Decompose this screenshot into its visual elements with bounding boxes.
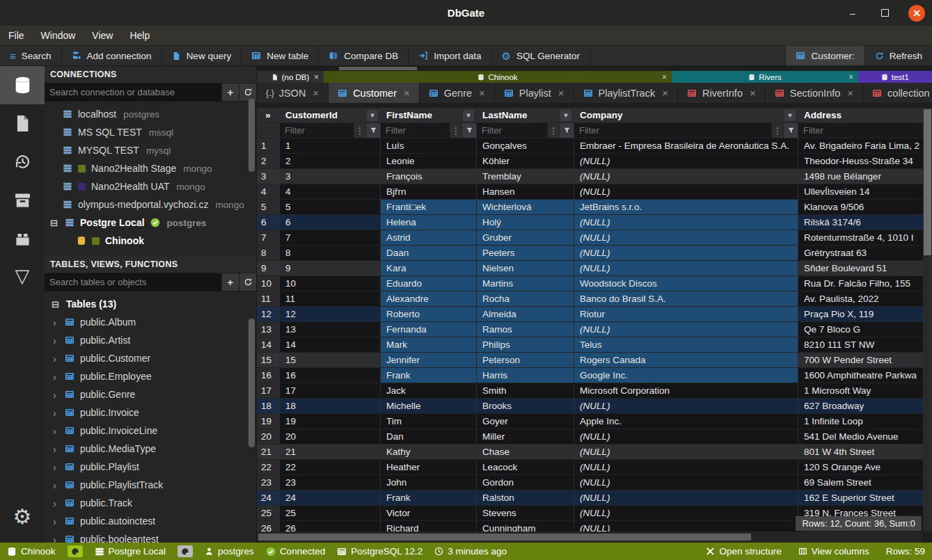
toolbar-sql-generator-button[interactable]: ⚙SQL Generator: [492, 46, 591, 65]
cell-address[interactable]: Av. Brigadeiro Faria Lima, 2: [798, 138, 923, 153]
cell-lastname[interactable]: Chase: [477, 445, 574, 459]
status-chinook[interactable]: Chinook: [7, 546, 56, 557]
filter-funnel-button[interactable]: [559, 123, 574, 138]
tab-sectioninfo[interactable]: SectionInfo×: [766, 83, 863, 103]
cell-lastname[interactable]: Cunningham: [477, 521, 574, 531]
toolbar-customer-button[interactable]: Customer:: [785, 46, 864, 65]
row-number[interactable]: 21: [257, 445, 280, 459]
connection-localhost[interactable]: localhostpostgres: [45, 105, 256, 123]
cell-lastname[interactable]: Gonçalves: [477, 138, 574, 153]
connection-mysql-test[interactable]: MYSQL TESTmysql: [45, 141, 256, 159]
cell-lastname[interactable]: Goyer: [477, 414, 574, 429]
row-number[interactable]: 16: [257, 368, 280, 383]
table-item-public-customer[interactable]: ›public.Customer: [45, 349, 256, 367]
chevron-right-icon[interactable]: ›: [53, 534, 59, 543]
filter-input-firstname[interactable]: Filter: [381, 123, 450, 138]
row-number[interactable]: 22: [257, 460, 280, 474]
toolbar-refresh-button[interactable]: Refresh: [864, 46, 932, 65]
status-postgres[interactable]: postgres: [205, 546, 254, 557]
table-item-public-booleantest[interactable]: ›public.booleantest: [45, 530, 256, 543]
cell-address[interactable]: 8210 111 ST NW: [798, 337, 923, 352]
connection-postgre-local[interactable]: ⊟Postgre Localpostgres: [45, 214, 256, 232]
cell-company[interactable]: (NULL): [574, 521, 798, 531]
tab-scrollbar-thumb[interactable]: [339, 67, 417, 70]
status-postgresql-12-2[interactable]: PostgreSQL 12.2: [337, 546, 422, 557]
cell-firstname[interactable]: Fernanda: [381, 322, 477, 337]
close-icon[interactable]: ×: [479, 87, 485, 99]
filter-funnel-button[interactable]: [783, 123, 798, 138]
cell-firstname[interactable]: Frank: [381, 490, 477, 505]
row-number[interactable]: 15: [257, 353, 280, 367]
cell-lastname[interactable]: Rocha: [477, 291, 574, 306]
cell-company[interactable]: (NULL): [574, 154, 798, 168]
cell-customerid[interactable]: 24: [280, 490, 381, 505]
add-table-button[interactable]: +: [221, 273, 239, 291]
rail-item-connections[interactable]: [0, 66, 45, 104]
cell-company[interactable]: Embraer - Empresa Brasileira de Aeronáut…: [574, 138, 798, 153]
cell-customerid[interactable]: 10: [280, 276, 381, 291]
cell-company[interactable]: (NULL): [574, 184, 798, 199]
cell-address[interactable]: Rilská 3174/6: [798, 215, 923, 230]
cell-address[interactable]: Klanova 9/506: [798, 200, 923, 214]
cell-address[interactable]: 700 W Pender Street: [798, 353, 923, 367]
cell-lastname[interactable]: Tremblay: [477, 169, 574, 184]
cell-lastname[interactable]: Miller: [477, 429, 574, 444]
cell-company[interactable]: (NULL): [574, 445, 798, 459]
cell-company[interactable]: (NULL): [574, 322, 798, 337]
cell-lastname[interactable]: Holý: [477, 215, 574, 230]
cell-customerid[interactable]: 19: [280, 414, 381, 429]
cell-customerid[interactable]: 8: [280, 246, 381, 260]
chevron-right-icon[interactable]: ›: [53, 407, 59, 419]
cell-company[interactable]: (NULL): [574, 246, 798, 260]
cell-address[interactable]: Rua Dr. Falcăo Filho, 155: [798, 276, 923, 291]
chevron-down-icon[interactable]: ▾: [463, 110, 474, 121]
cell-firstname[interactable]: Frank: [381, 368, 477, 383]
cell-firstname[interactable]: Jack: [381, 383, 477, 398]
cell-customerid[interactable]: 16: [280, 368, 381, 383]
tab-group-chinook[interactable]: Chinook×: [324, 71, 672, 83]
row-number[interactable]: 11: [257, 291, 280, 306]
cell-company[interactable]: (NULL): [574, 490, 798, 505]
collapse-icon[interactable]: ⊟: [52, 299, 61, 310]
cell-lastname[interactable]: Peterson: [477, 353, 574, 367]
cell-customerid[interactable]: 3: [280, 169, 381, 184]
close-icon[interactable]: ×: [750, 87, 756, 99]
column-header-firstname[interactable]: FirstName▾: [381, 108, 477, 122]
cell-customerid[interactable]: 15: [280, 353, 381, 367]
chevron-right-icon[interactable]: ›: [53, 425, 59, 437]
row-number[interactable]: 4: [257, 184, 280, 199]
row-number[interactable]: 7: [257, 230, 280, 245]
toolbar-search-button[interactable]: ≡Search: [0, 46, 62, 65]
cell-firstname[interactable]: Daan: [381, 246, 477, 260]
grid-vertical-scrollbar[interactable]: [923, 108, 932, 531]
tables-scrollbar[interactable]: [248, 319, 255, 447]
row-number[interactable]: 14: [257, 337, 280, 352]
column-header-address[interactable]: Address: [798, 108, 923, 122]
chevron-right-icon[interactable]: ›: [53, 497, 59, 509]
cell-company[interactable]: (NULL): [574, 169, 798, 184]
maximize-button[interactable]: [876, 5, 893, 22]
cell-customerid[interactable]: 2: [280, 154, 381, 168]
cell-customerid[interactable]: 17: [280, 383, 381, 398]
toolbar-new-table-button[interactable]: New table: [242, 46, 319, 65]
cell-customerid[interactable]: 14: [280, 337, 381, 352]
cell-company[interactable]: Apple Inc.: [574, 414, 798, 429]
status-rows-59[interactable]: Rows: 59: [886, 546, 925, 557]
close-button[interactable]: ✕: [908, 5, 925, 22]
table-item-public-artist[interactable]: ›public.Artist: [45, 331, 256, 349]
cell-customerid[interactable]: 23: [280, 475, 381, 490]
cell-company[interactable]: Riotur: [574, 307, 798, 321]
cell-firstname[interactable]: Bjřrn: [381, 184, 477, 199]
expand-all-button[interactable]: »: [257, 108, 280, 122]
cell-company[interactable]: (NULL): [574, 460, 798, 474]
chevron-right-icon[interactable]: ›: [53, 389, 59, 401]
cell-address[interactable]: 1498 rue Bélanger: [798, 169, 923, 184]
chevron-right-icon[interactable]: ›: [53, 371, 59, 383]
cell-address[interactable]: 120 S Orange Ave: [798, 460, 923, 474]
row-number[interactable]: 20: [257, 429, 280, 444]
cell-address[interactable]: Rotenturmstraße 4, 1010 I: [798, 230, 923, 245]
close-icon[interactable]: ×: [848, 72, 853, 82]
row-number[interactable]: 2: [257, 154, 280, 168]
chevron-down-icon[interactable]: ▾: [784, 110, 796, 121]
row-number[interactable]: 13: [257, 322, 280, 337]
